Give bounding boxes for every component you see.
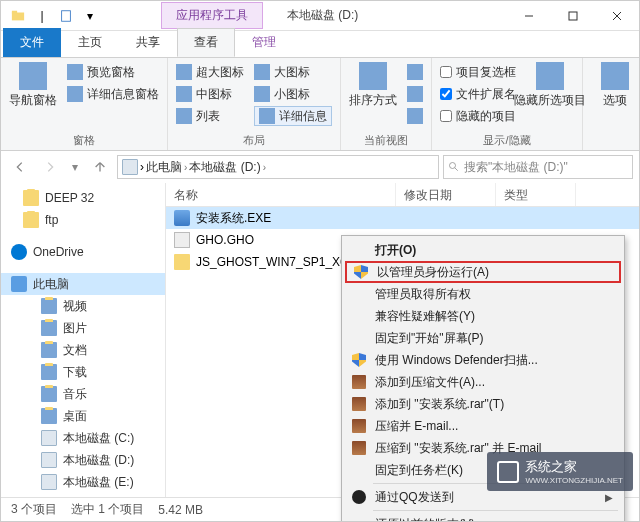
up-button[interactable] xyxy=(87,154,113,180)
options-button[interactable]: 选项 xyxy=(591,62,639,148)
checkbox-label: 项目复选框 xyxy=(456,64,516,81)
layout-large[interactable]: 大图标 xyxy=(254,62,332,82)
tree-node-downloads[interactable]: 下载 xyxy=(1,361,165,383)
tree-node-drive-c[interactable]: 本地磁盘 (C:) xyxy=(1,427,165,449)
tree-node-drive-e[interactable]: 本地磁盘 (E:) xyxy=(1,471,165,493)
ribbon-group-showhide-label: 显示/隐藏 xyxy=(440,133,574,150)
tab-view[interactable]: 查看 xyxy=(177,28,235,57)
tree-node-videos[interactable]: 视频 xyxy=(1,295,165,317)
sort-button[interactable]: 排序方式 xyxy=(349,62,397,133)
rar-icon xyxy=(351,440,367,456)
sizecolumns-icon[interactable] xyxy=(407,106,423,126)
ctx-troubleshoot[interactable]: 兼容性疑难解答(Y) xyxy=(345,305,621,327)
recent-dropdown[interactable]: ▾ xyxy=(67,154,83,180)
tree-node-ftp[interactable]: ftp xyxy=(1,209,165,231)
ctx-open[interactable]: 打开(O) xyxy=(345,239,621,261)
search-input[interactable]: 搜索"本地磁盘 (D:)" xyxy=(443,155,633,179)
breadcrumb[interactable]: › 此电脑› 本地磁盘 (D:)› xyxy=(117,155,439,179)
layout-details[interactable]: 详细信息 xyxy=(254,106,332,126)
ribbon-group-layout-label: 布局 xyxy=(176,133,332,150)
tree-node-thispc[interactable]: 此电脑 xyxy=(1,273,165,295)
preview-pane-button[interactable]: 预览窗格 xyxy=(67,62,159,82)
nav-pane-label: 导航窗格 xyxy=(9,92,57,109)
shield-icon xyxy=(351,352,367,368)
tree-label: 视频 xyxy=(63,298,87,315)
tree-node-documents[interactable]: 文档 xyxy=(1,339,165,361)
nav-tree[interactable]: DEEP 32 ftp OneDrive 此电脑 视频 图片 文档 下载 音乐 … xyxy=(1,183,166,497)
minimize-button[interactable] xyxy=(507,2,551,30)
tree-node-drive-d[interactable]: 本地磁盘 (D:) xyxy=(1,449,165,471)
tree-node-desktop[interactable]: 桌面 xyxy=(1,405,165,427)
layout-small[interactable]: 小图标 xyxy=(254,84,332,104)
tree-label: 本地磁盘 (E:) xyxy=(63,474,134,491)
list-item[interactable]: 安装系统.EXE xyxy=(166,207,639,229)
ctx-label: 压缩并 E-mail... xyxy=(375,418,458,435)
properties-icon[interactable] xyxy=(55,5,77,27)
tree-node-pictures[interactable]: 图片 xyxy=(1,317,165,339)
checkbox-label: 隐藏的项目 xyxy=(456,108,516,125)
tree-label: DEEP 32 xyxy=(45,191,94,205)
layout-medium[interactable]: 中图标 xyxy=(176,84,244,104)
ctx-take-ownership[interactable]: 管理员取得所有权 xyxy=(345,283,621,305)
tree-label: 文档 xyxy=(63,342,87,359)
tree-label: 桌面 xyxy=(63,408,87,425)
search-icon xyxy=(448,161,460,173)
rar-icon xyxy=(351,396,367,412)
col-type[interactable]: 类型 xyxy=(496,183,576,206)
qat-separator: | xyxy=(31,5,53,27)
crumb-thispc[interactable]: 此电脑› xyxy=(146,159,187,176)
addcolumn-icon[interactable] xyxy=(407,84,423,104)
window-title: 本地磁盘 (D:) xyxy=(287,7,358,24)
ctx-compress-email[interactable]: 压缩并 E-mail... xyxy=(345,415,621,437)
list-header[interactable]: 名称 修改日期 类型 xyxy=(166,183,639,207)
tree-label: 音乐 xyxy=(63,386,87,403)
context-tab-apptools[interactable]: 应用程序工具 xyxy=(161,2,263,29)
tree-node-deep32[interactable]: DEEP 32 xyxy=(1,187,165,209)
ctx-label: 兼容性疑难解答(Y) xyxy=(375,308,475,325)
drive-icon xyxy=(122,159,138,175)
tab-home[interactable]: 主页 xyxy=(61,28,119,57)
hide-selected-button[interactable]: 隐藏所选项目 xyxy=(526,62,574,133)
folder-icon[interactable] xyxy=(7,5,29,27)
checkbox-itemcheckboxes[interactable]: 项目复选框 xyxy=(440,62,516,82)
options-label: 选项 xyxy=(603,92,627,109)
tab-share[interactable]: 共享 xyxy=(119,28,177,57)
svg-rect-1 xyxy=(12,10,17,13)
ctx-label: 还原以前的版本(V) xyxy=(375,516,475,523)
groupby-icon[interactable] xyxy=(407,62,423,82)
ctx-label: 以管理员身份运行(A) xyxy=(377,264,489,281)
back-button[interactable] xyxy=(7,154,33,180)
qat-dropdown-icon[interactable]: ▾ xyxy=(79,5,101,27)
ctx-pin-start[interactable]: 固定到"开始"屏幕(P) xyxy=(345,327,621,349)
maximize-button[interactable] xyxy=(551,2,595,30)
layout-list[interactable]: 列表 xyxy=(176,106,244,126)
crumb-drive[interactable]: 本地磁盘 (D:)› xyxy=(189,159,266,176)
tab-file[interactable]: 文件 xyxy=(3,28,61,57)
ctx-defender[interactable]: 使用 Windows Defender扫描... xyxy=(345,349,621,371)
col-date[interactable]: 修改日期 xyxy=(396,183,496,206)
ctx-add-archive[interactable]: 添加到压缩文件(A)... xyxy=(345,371,621,393)
svg-rect-0 xyxy=(12,12,24,20)
checkbox-hidden[interactable]: 隐藏的项目 xyxy=(440,106,516,126)
layout-extra-large[interactable]: 超大图标 xyxy=(176,62,244,82)
ctx-run-as-admin[interactable]: 以管理员身份运行(A) xyxy=(345,261,621,283)
details-pane-button[interactable]: 详细信息窗格 xyxy=(67,84,159,104)
forward-button[interactable] xyxy=(37,154,63,180)
ribbon: 导航窗格 预览窗格 详细信息窗格 窗格 超大图标 中图标 列表 大图标 小图标 … xyxy=(1,57,639,151)
tree-node-music[interactable]: 音乐 xyxy=(1,383,165,405)
close-button[interactable] xyxy=(595,2,639,30)
ctx-restore-prev[interactable]: 还原以前的版本(V) xyxy=(345,513,621,522)
file-name: 安装系统.EXE xyxy=(196,210,271,227)
tab-manage[interactable]: 管理 xyxy=(235,28,293,57)
svg-rect-2 xyxy=(62,10,71,21)
tree-node-onedrive[interactable]: OneDrive xyxy=(1,241,165,263)
ctx-label: 固定到"开始"屏幕(P) xyxy=(375,330,484,347)
ctx-add-rar[interactable]: 添加到 "安装系统.rar"(T) xyxy=(345,393,621,415)
checkbox-extensions[interactable]: 文件扩展名 xyxy=(440,84,516,104)
nav-pane-button[interactable]: 导航窗格 xyxy=(9,62,57,133)
ctx-label: 固定到任务栏(K) xyxy=(375,462,463,479)
col-name[interactable]: 名称 xyxy=(166,183,396,206)
file-name: GHO.GHO xyxy=(196,233,254,247)
ctx-label: 添加到 "安装系统.rar"(T) xyxy=(375,396,504,413)
layout-label: 中图标 xyxy=(196,86,232,103)
